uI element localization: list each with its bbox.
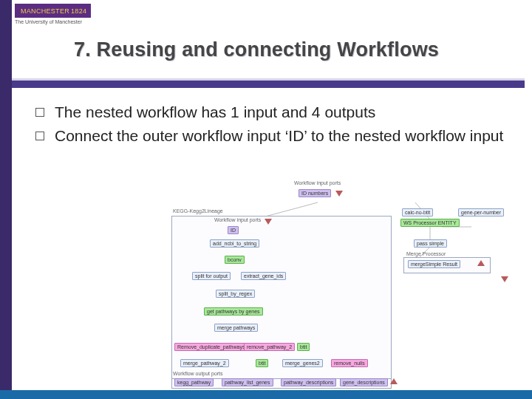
label-kegg-lineage: KEGG-Kegg2Lineage (173, 208, 223, 214)
bullet-item: Connect the outer workflow input ‘ID’ to… (35, 126, 510, 146)
node-extract-gene: extract_gene_ids (241, 272, 286, 280)
node-merge-genes: merge_genes2 (282, 359, 323, 367)
node-bconv: bconv (225, 256, 245, 264)
node-btit-2: btit (256, 359, 268, 367)
university-logo: MANCHESTER1824 The University of Manches… (15, 3, 103, 33)
node-add-ncbi: add_ncbi_to_string (210, 239, 259, 248)
bullet-text: The nested workflow has 1 input and 4 ou… (55, 102, 375, 123)
bullet-icon (35, 108, 44, 117)
port-kegg-pathway: kegg_pathway (174, 378, 214, 386)
node-merge-simple-result: mergeSimple Result (408, 260, 460, 268)
logo-badge: MANCHESTER1824 (15, 4, 91, 18)
label-wf-input-ports: Workflow input ports (294, 180, 341, 185)
logo-name: MANCHESTER (21, 7, 69, 15)
node-ws-processor: WS Processor ENTITY (400, 219, 460, 227)
triangle-down-icon (265, 219, 272, 225)
title-rule (12, 78, 525, 89)
triangle-down-icon (501, 276, 508, 282)
port-pathway-list: pathway_list_genes (222, 378, 273, 386)
port-id: ID (228, 226, 239, 234)
triangle-up-icon (477, 260, 485, 266)
nested-workflow-box (171, 216, 392, 381)
port-id-numbers: ID numbers (299, 189, 331, 197)
logo-year: 1824 (71, 7, 86, 15)
node-get-pathways: get pathways by genes (204, 307, 263, 316)
node-remove-dup: Remove_duplicate_pathways (174, 343, 248, 351)
slide: MANCHESTER1824 The University of Manches… (0, 0, 532, 399)
node-split-regex: split_by_regex (216, 290, 255, 298)
node-split-output: split for output (192, 272, 231, 280)
node-merge-pathway-2: merge_pathway_2 (180, 359, 229, 367)
node-calc-btit: calc-no-btit (402, 208, 433, 216)
triangle-up-icon (390, 378, 398, 384)
bullet-list: The nested workflow has 1 input and 4 ou… (35, 102, 510, 150)
node-merge-pathways: merge pathways (214, 324, 258, 332)
bullet-icon (35, 132, 44, 140)
port-gene-desc: gene_descriptions (340, 378, 388, 386)
logo-subtitle: The University of Manchester (15, 19, 103, 24)
port-pathway-desc: pathway_descriptions (281, 378, 336, 386)
workflow-diagram: Workflow input ports ID numbers KEGG-Keg… (170, 180, 510, 387)
node-btit: btit (297, 343, 310, 351)
label-wf-input-ports-inner: Workflow input ports (214, 217, 261, 222)
left-stripe (0, 0, 12, 399)
footer-stripe (0, 390, 532, 399)
bullet-item: The nested workflow has 1 input and 4 ou… (35, 102, 510, 123)
label-wf-output-ports: Workflow output ports (173, 371, 223, 376)
label-merge-processor: Merge Processor (406, 251, 446, 256)
bullet-text: Connect the outer workflow input ‘ID’ to… (55, 126, 503, 146)
node-pass-simple: pass simple (414, 239, 447, 248)
slide-title: 7. Reusing and connecting Workflows (74, 38, 439, 61)
triangle-down-icon (335, 191, 343, 197)
node-remove-nulls: remove_nulls (331, 359, 368, 367)
node-remove-pathway-2: remove_pathway_2 (244, 343, 295, 351)
node-gene-per-number: gene-per-number (458, 208, 504, 216)
